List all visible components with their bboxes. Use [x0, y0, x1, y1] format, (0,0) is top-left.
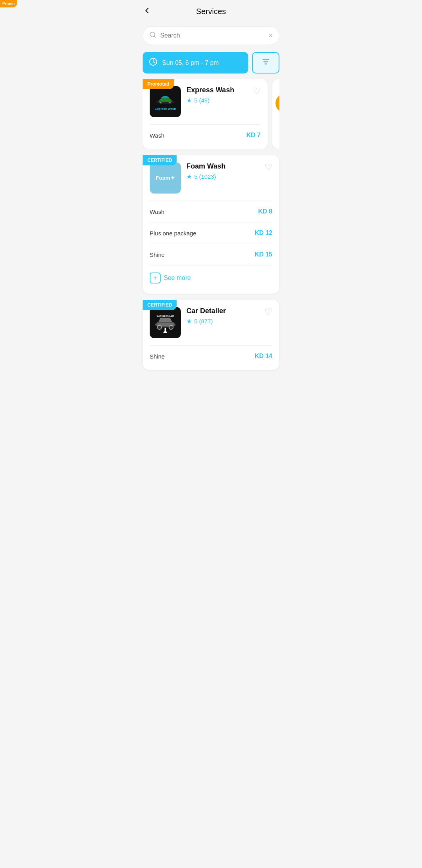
car-detailer-card: CERTIFIED CAR DETAILER [143, 300, 279, 370]
svg-point-17 [157, 325, 162, 330]
divider-foam-2 [150, 222, 272, 222]
page-title: Services [196, 7, 226, 16]
clock-icon [149, 57, 157, 68]
express-wash-price: KD 7 [247, 132, 261, 139]
foam-wash-label-1: Wash [150, 208, 165, 215]
svg-point-18 [169, 325, 173, 330]
see-more-button[interactable]: + See more [150, 269, 191, 287]
car-detailer-price-row: Shine KD 14 [150, 350, 272, 363]
search-container: × [135, 22, 287, 48]
foam-wash-label-3: Shine [150, 251, 165, 258]
express-wash-name: Express Wash [186, 86, 247, 94]
car-detailer-info: Car Detailer ★ 5 (877) [186, 307, 259, 325]
promoted-badge: Promoted [143, 79, 174, 89]
star-icon-foam: ★ [186, 173, 192, 180]
foam-logo-text: Foam✦ [156, 175, 175, 181]
car-detailer-logo: CAR DETAILER [150, 307, 181, 338]
car-detailer-rating: ★ 5 (877) [186, 317, 259, 325]
divider-foam-1 [150, 201, 272, 201]
foam-wash-logo: Foam✦ [150, 162, 181, 194]
svg-line-1 [154, 36, 155, 37]
promoted-scroll: Promoted Express [143, 79, 279, 149]
svg-point-11 [169, 101, 171, 103]
car-detailer-favorite-button[interactable]: ♡ [265, 307, 272, 317]
star-icon: ★ [186, 97, 192, 104]
divider-foam-4 [150, 265, 272, 265]
header: Services [135, 0, 287, 22]
car-detailer-name: Car Detailer [186, 307, 259, 315]
card-header: Express Wash Express Wash ★ 5 (49) ♡ [150, 86, 261, 117]
foam-wash-price-row-2: Plus one package KD 12 [150, 226, 272, 240]
foam-wash-price-1: KD 8 [258, 208, 272, 215]
date-label: Sun 05, 6 pm - 7 pm [162, 59, 219, 66]
foam-wash-price-3: KD 15 [255, 251, 272, 258]
svg-point-9 [160, 101, 161, 103]
partial-card-logo: SUN [275, 94, 279, 113]
star-icon-car: ★ [186, 317, 192, 325]
search-bar: × [143, 26, 279, 45]
svg-text:CAR DETAILER: CAR DETAILER [156, 314, 174, 317]
foam-wash-price-row-3: Shine KD 15 [150, 248, 272, 261]
divider [150, 124, 261, 125]
promoted-card-partial: Promo SUN [272, 79, 279, 149]
foam-wash-card-header: Foam✦ Foam Wash ★ 5 (1023) ♡ [150, 162, 272, 194]
car-detailer-rating-value: 5 (877) [194, 318, 213, 325]
svg-point-12 [278, 96, 279, 110]
rating-value: 5 (49) [194, 97, 209, 104]
filter-button[interactable] [252, 52, 279, 74]
foam-wash-info: Foam Wash ★ 5 (1023) [186, 162, 259, 180]
express-wash-favorite-button[interactable]: ♡ [253, 86, 261, 96]
back-button[interactable] [143, 6, 151, 17]
foam-wash-price-row-1: Wash KD 8 [150, 205, 272, 218]
certified-badge-foam: CERTIFIED [143, 155, 177, 165]
foam-wash-card: CERTIFIED Foam✦ Foam Wash ★ 5 (1023) ♡ W… [143, 155, 279, 294]
svg-rect-20 [165, 328, 166, 331]
car-detailer-price: KD 14 [255, 353, 272, 360]
express-wash-price-row: Wash KD 7 [150, 129, 261, 142]
date-button[interactable]: Sun 05, 6 pm - 7 pm [143, 52, 248, 74]
divider-car-1 [150, 345, 272, 346]
foam-rating-value: 5 (1023) [194, 173, 216, 180]
filter-icon [261, 57, 270, 68]
foam-wash-label-2: Plus one package [150, 230, 196, 237]
foam-wash-price-2: KD 12 [255, 230, 272, 237]
foam-wash-rating: ★ 5 (1023) [186, 173, 259, 180]
certified-badge-car: CERTIFIED [143, 300, 177, 310]
car-detailer-service-label: Shine [150, 353, 165, 360]
express-wash-service-label: Wash [150, 132, 165, 139]
express-wash-card: Promoted Express [143, 79, 268, 149]
divider-foam-3 [150, 244, 272, 244]
car-detailer-card-header: CAR DETAILER Car Detailer ★ 5 (877) ♡ [150, 307, 272, 338]
filter-row: Sun 05, 6 pm - 7 pm [135, 48, 287, 79]
express-wash-rating: ★ 5 (49) [186, 97, 247, 104]
see-more-plus-icon: + [150, 273, 161, 283]
search-icon [149, 31, 156, 40]
express-wash-logo: Express Wash [150, 86, 181, 117]
search-clear-button[interactable]: × [268, 32, 273, 40]
search-input[interactable] [160, 32, 268, 39]
see-more-label: See more [164, 274, 191, 282]
express-wash-info: Express Wash ★ 5 (49) [186, 86, 247, 104]
foam-wash-favorite-button[interactable]: ♡ [265, 162, 272, 172]
cards-list: Promoted Express [135, 79, 287, 382]
foam-wash-name: Foam Wash [186, 162, 259, 170]
